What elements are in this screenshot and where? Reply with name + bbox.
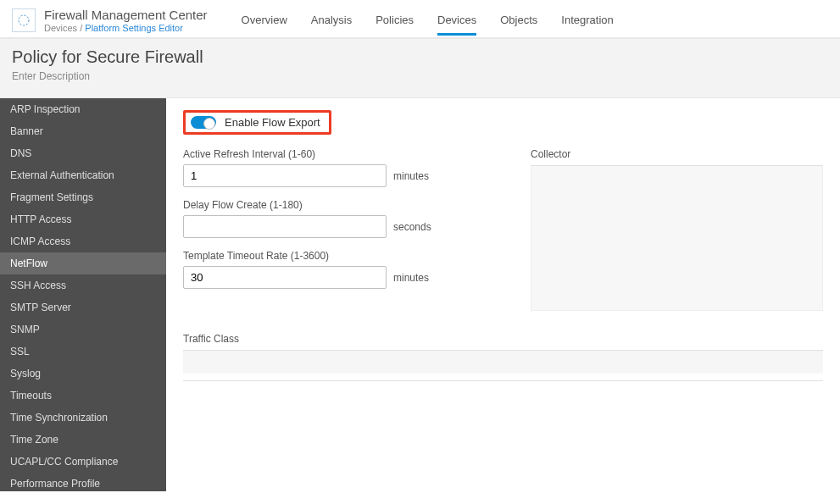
sidebar-item-icmp-access[interactable]: ICMP Access [0,230,166,252]
sidebar-item-time-synchronization[interactable]: Time Synchronization [0,407,166,429]
tab-policies[interactable]: Policies [375,14,414,34]
sidebar-item-ssh-access[interactable]: SSH Access [0,274,166,296]
tab-analysis[interactable]: Analysis [311,14,352,34]
delay-flow-label: Delay Flow Create (1-180) [183,199,463,211]
svg-point-0 [19,15,29,25]
traffic-class-label: Traffic Class [183,333,823,345]
subheader: Policy for Secure Firewall Enter Descrip… [0,39,840,98]
sidebar-item-external-authentication[interactable]: External Authentication [0,164,166,186]
breadcrumb-sep: / [80,23,82,33]
template-timeout-label: Template Timeout Rate (1-3600) [183,250,463,262]
collector-panel [531,165,823,311]
sidebar-item-arp-inspection[interactable]: ARP Inspection [0,98,166,120]
sidebar: ARP Inspection Banner DNS External Authe… [0,98,166,491]
enable-flow-export-toggle[interactable] [191,116,216,129]
sidebar-item-fragment-settings[interactable]: Fragment Settings [0,186,166,208]
logo-block: Firewall Management Center Devices / Pla… [12,8,208,33]
page-title: Policy for Secure Firewall [12,47,828,67]
sidebar-item-syslog[interactable]: Syslog [0,363,166,385]
collector-label: Collector [531,148,823,160]
firewall-icon [12,8,36,32]
breadcrumb-root: Devices [44,23,77,33]
delay-flow-unit: seconds [393,221,431,233]
enable-flow-export-label: Enable Flow Export [225,116,320,129]
nav-tabs: Overview Analysis Policies Devices Objec… [242,6,614,34]
main-content: Enable Flow Export Active Refresh Interv… [166,98,840,491]
tab-objects[interactable]: Objects [500,14,537,34]
breadcrumb-leaf[interactable]: Platform Settings Editor [85,23,183,33]
sidebar-item-time-zone[interactable]: Time Zone [0,429,166,451]
divider [183,380,823,381]
sidebar-item-banner[interactable]: Banner [0,120,166,142]
active-refresh-unit: minutes [393,170,429,182]
traffic-class-panel [183,350,823,374]
page-description[interactable]: Enter Description [12,70,828,82]
sidebar-item-dns[interactable]: DNS [0,142,166,164]
sidebar-item-http-access[interactable]: HTTP Access [0,208,166,230]
sidebar-item-performance-profile[interactable]: Performance Profile [0,473,166,491]
sidebar-item-smtp-server[interactable]: SMTP Server [0,296,166,318]
sidebar-item-ssl[interactable]: SSL [0,341,166,363]
active-refresh-label: Active Refresh Interval (1-60) [183,148,463,160]
tab-integration[interactable]: Integration [561,14,613,34]
enable-flow-export-row: Enable Flow Export [183,110,331,135]
breadcrumb: Devices / Platform Settings Editor [44,23,208,33]
app-title: Firewall Management Center [44,8,208,22]
app-header: Firewall Management Center Devices / Pla… [0,0,840,39]
sidebar-item-ucapl-cc-compliance[interactable]: UCAPL/CC Compliance [0,451,166,473]
active-refresh-input[interactable] [183,164,387,187]
sidebar-item-timeouts[interactable]: Timeouts [0,385,166,407]
template-timeout-input[interactable] [183,266,387,289]
tab-devices[interactable]: Devices [437,14,476,34]
tab-overview[interactable]: Overview [242,14,287,34]
sidebar-item-snmp[interactable]: SNMP [0,318,166,341]
delay-flow-input[interactable] [183,215,387,238]
sidebar-item-netflow[interactable]: NetFlow [0,252,166,274]
template-timeout-unit: minutes [393,272,429,284]
